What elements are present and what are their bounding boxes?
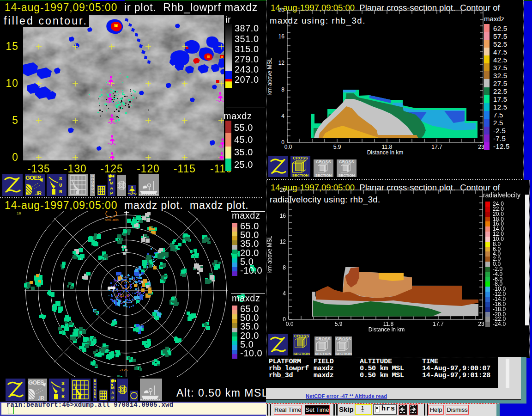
svg-text:SECTION: SECTION (339, 173, 355, 177)
svg-text:U: U (94, 385, 96, 389)
svg-text:SECTION: SECTION (315, 173, 332, 177)
svg-text:SECTION: SECTION (293, 352, 310, 356)
svg-text:S: S (94, 395, 96, 398)
svg-text:20: 20 (278, 7, 285, 13)
svg-text:CROSS: CROSS (315, 336, 331, 341)
svg-text:16: 16 (280, 213, 286, 219)
svg-text:R: R (59, 189, 62, 195)
svg-text:0.0: 0.0 (284, 144, 292, 150)
svg-text:Distance in km: Distance in km (367, 149, 404, 156)
svg-text:R: R (61, 394, 65, 399)
svg-text:O: O (94, 382, 97, 385)
svg-text:Distance in km: Distance in km (369, 326, 405, 333)
svg-text:N: N (94, 389, 96, 392)
svg-text:23: 23 (478, 321, 484, 327)
svg-text:0: 0 (283, 316, 286, 323)
svg-text:12: 12 (280, 239, 286, 245)
svg-text:S: S (59, 176, 62, 182)
svg-text:CROSS: CROSS (293, 156, 308, 160)
svg-text:M: M (110, 181, 114, 185)
svg-text:0.0: 0.0 (286, 321, 294, 327)
svg-text:P: P (110, 191, 113, 196)
svg-text:SECTION: SECTION (335, 352, 352, 356)
svg-text:17.7: 17.7 (431, 144, 442, 150)
svg-text:4: 4 (283, 290, 286, 297)
svg-text:M: M (111, 385, 115, 390)
svg-text:b-12-0: b-12-0 (115, 294, 129, 298)
svg-text:B: B (94, 379, 96, 382)
svg-text:S: S (61, 381, 65, 386)
svg-text:S: S (91, 190, 94, 194)
svg-text:GOES: GOES (25, 174, 42, 181)
svg-text:10: 10 (17, 211, 21, 215)
svg-text:D: D (91, 187, 94, 190)
svg-text:8: 8 (283, 264, 286, 271)
svg-text:8: 8 (281, 86, 284, 93)
svg-text:A: A (111, 391, 115, 395)
svg-text:wh0-m0t: wh0-m0t (105, 218, 119, 222)
svg-text:CROSS: CROSS (339, 159, 354, 164)
svg-text:SECTION: SECTION (315, 352, 332, 356)
svg-text:16: 16 (278, 33, 285, 40)
svg-text:km above MSL: km above MSL (266, 58, 273, 95)
svg-text:0: 0 (281, 139, 284, 146)
svg-text:4: 4 (281, 113, 284, 119)
svg-text:.IR: .IR (38, 395, 44, 401)
svg-text:A: A (110, 186, 113, 190)
svg-text:U: U (59, 183, 62, 188)
svg-text:23: 23 (478, 144, 484, 150)
svg-text:12: 12 (278, 60, 285, 66)
svg-text:5.9: 5.9 (333, 144, 341, 150)
svg-text:B: B (91, 174, 94, 177)
svg-text:20: 20 (280, 187, 286, 193)
svg-text:CROSS: CROSS (336, 336, 351, 341)
svg-text:CROSS: CROSS (316, 159, 331, 164)
svg-text:.IR: .IR (35, 190, 42, 196)
svg-text:N: N (91, 184, 94, 187)
svg-text:km above MSL: km above MSL (266, 236, 273, 273)
svg-text:17.7: 17.7 (433, 321, 444, 327)
svg-text:U: U (61, 387, 65, 393)
svg-text:GOES: GOES (28, 379, 44, 386)
svg-text:O: O (91, 177, 94, 181)
svg-text:U: U (91, 181, 94, 184)
svg-text:P: P (111, 396, 114, 400)
svg-text:-125: -125 (119, 368, 128, 372)
svg-text:5.9: 5.9 (335, 321, 343, 327)
svg-text:SECTION: SECTION (292, 173, 309, 177)
svg-text:D: D (94, 392, 96, 395)
